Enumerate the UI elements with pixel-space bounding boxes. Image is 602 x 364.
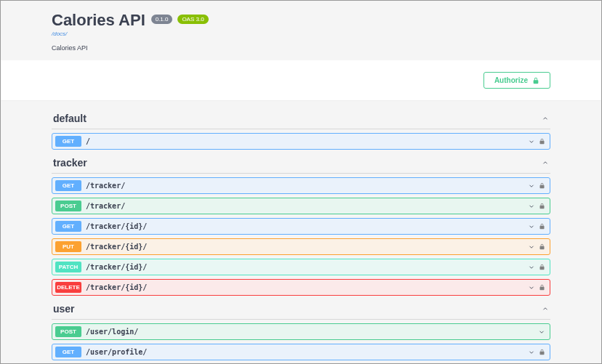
lock-icon <box>539 182 545 189</box>
operation-path: /tracker/ <box>86 202 125 210</box>
operation-path: /tracker/{id}/ <box>86 222 147 230</box>
tag-header-default[interactable]: default <box>52 107 550 129</box>
operation-row[interactable]: GET/tracker/ <box>52 177 550 194</box>
chevron-down-icon <box>528 264 535 271</box>
operation-path: /tracker/ <box>86 182 125 190</box>
chevron-up-icon <box>542 159 549 166</box>
lock-icon <box>539 349 545 355</box>
tag-header-tracker[interactable]: tracker <box>52 151 550 174</box>
chevron-down-icon <box>528 138 535 145</box>
operation-path: /tracker/{id}/ <box>86 263 147 271</box>
method-badge: GET <box>55 136 81 147</box>
page-title: Calories API <box>52 11 145 30</box>
header: Calories API 0.1.0 OAS 3.0 /docs/ Calori… <box>1 1 601 60</box>
tag-header-user[interactable]: user <box>52 297 550 320</box>
operation-row[interactable]: POST/user/login/ <box>52 323 550 340</box>
chevron-down-icon <box>528 349 535 356</box>
method-badge: POST <box>55 326 81 337</box>
lock-icon <box>539 243 545 250</box>
lock-icon <box>539 138 545 145</box>
operation-path: / <box>86 137 90 145</box>
chevron-down-icon <box>528 284 535 291</box>
chevron-down-icon <box>528 182 535 190</box>
operation-path: /tracker/{id}/ <box>86 243 147 251</box>
operation-row[interactable]: DELETE/tracker/{id}/ <box>52 279 550 296</box>
oas-badge: OAS 3.0 <box>177 15 208 24</box>
method-badge: GET <box>55 221 81 232</box>
authorize-bar: Authorize <box>1 60 601 101</box>
tag-name: default <box>53 113 87 124</box>
operation-row[interactable]: GET/ <box>52 133 550 150</box>
operation-path: /tracker/{id}/ <box>86 283 147 291</box>
lock-icon <box>539 223 545 230</box>
docs-link[interactable]: /docs/ <box>52 31 601 37</box>
chevron-down-icon <box>528 223 535 230</box>
operation-row[interactable]: GET/tracker/{id}/ <box>52 218 550 235</box>
operation-row[interactable]: GET/user/profile/ <box>52 344 550 360</box>
chevron-down-icon <box>528 243 535 251</box>
operations-container: defaultGET/trackerGET/tracker/POST/track… <box>1 101 601 364</box>
chevron-down-icon <box>538 328 545 336</box>
method-badge: PUT <box>55 241 81 252</box>
lock-icon <box>539 284 545 291</box>
method-badge: PATCH <box>55 262 81 272</box>
operation-row[interactable]: POST/tracker/ <box>52 198 550 214</box>
method-badge: DELETE <box>55 282 81 293</box>
tag-name: user <box>53 303 75 315</box>
method-badge: GET <box>55 180 81 191</box>
tag-name: tracker <box>53 157 87 169</box>
method-badge: GET <box>55 347 81 357</box>
chevron-up-icon <box>542 115 549 122</box>
chevron-up-icon <box>542 305 549 312</box>
subtitle: Calories API <box>52 44 601 52</box>
operation-row[interactable]: PATCH/tracker/{id}/ <box>52 259 550 275</box>
version-badge: 0.1.0 <box>151 15 173 24</box>
operation-path: /user/login/ <box>86 328 138 336</box>
lock-icon <box>532 77 539 84</box>
lock-icon <box>539 203 545 209</box>
lock-icon <box>539 264 545 270</box>
operation-row[interactable]: PUT/tracker/{id}/ <box>52 238 550 255</box>
operation-path: /user/profile/ <box>86 348 147 356</box>
chevron-down-icon <box>528 203 535 210</box>
authorize-label: Authorize <box>494 76 528 84</box>
method-badge: POST <box>55 201 81 211</box>
authorize-button[interactable]: Authorize <box>483 72 550 89</box>
